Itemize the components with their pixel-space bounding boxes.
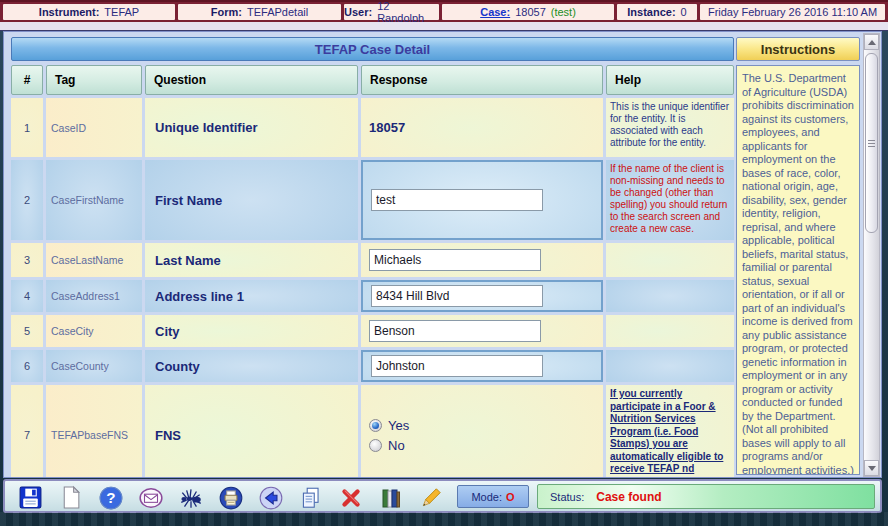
print-icon[interactable] (217, 484, 244, 511)
question-table: # Tag Question Response Help 1 CaseID Un… (11, 65, 734, 477)
up-arrow-icon (868, 40, 876, 45)
main-panel: TEFAP Case Detail Instructions # Tag Que… (3, 31, 882, 478)
radio-unselected-icon[interactable] (369, 439, 382, 452)
mode-label: Mode: (471, 491, 502, 503)
col-header-response: Response (361, 65, 603, 95)
row-response (361, 160, 603, 240)
form-field: Form: TEFAPdetail (178, 4, 341, 20)
row-question: First Name (145, 160, 358, 240)
col-header-help: Help (606, 65, 734, 95)
user-value: 12 Randolph (377, 0, 439, 24)
table-row: 6 CaseCounty County (11, 350, 734, 382)
edit-icon[interactable] (417, 484, 444, 511)
row-num: 3 (11, 243, 43, 277)
codebook-icon[interactable] (377, 484, 404, 511)
instructions-panel: The U.S. Department of Agriculture (USDA… (736, 65, 860, 475)
row-tag: CaseCity (46, 315, 142, 347)
row-num: 5 (11, 315, 43, 347)
row-tag: CaseLastName (46, 243, 142, 277)
instrument-label: Instrument: (39, 6, 100, 18)
case-test-tag: (test) (551, 6, 576, 18)
row-response (361, 280, 603, 312)
delete-icon[interactable] (337, 484, 364, 511)
row-question: City (145, 315, 358, 347)
case-field: Case: 18057 (test) (442, 4, 614, 20)
row-num: 1 (11, 98, 43, 157)
scroll-down-button[interactable] (864, 460, 879, 476)
status-label: Status: (550, 491, 584, 503)
table-row: 7 TEFAPbaseFNS FNS Yes No (11, 385, 734, 477)
row-help: If the name of the client is non-missing… (606, 160, 734, 240)
case-link[interactable]: Case: (480, 6, 510, 18)
row-question: FNS (145, 385, 358, 477)
scrollbar-thumb[interactable] (865, 53, 878, 233)
col-header-question: Question (145, 65, 358, 95)
form-value: TEFAPdetail (247, 6, 308, 18)
radio-selected-icon[interactable] (369, 419, 382, 432)
vertical-scrollbar[interactable] (863, 33, 880, 477)
status-value: Case found (596, 490, 661, 504)
instructions-header: Instructions (736, 37, 860, 61)
row-help: This is the unique identifier for the en… (606, 98, 734, 157)
svg-text:?: ? (106, 489, 115, 506)
copy-icon[interactable] (297, 484, 324, 511)
row-question: Last Name (145, 243, 358, 277)
table-row: 4 CaseAddress1 Address line 1 (11, 280, 734, 312)
row-response (361, 315, 603, 347)
row-help (606, 243, 734, 277)
fns-option-yes[interactable]: Yes (369, 418, 409, 433)
row-response: Yes No (361, 385, 603, 477)
fns-help-link[interactable]: If you currently participate in a Foor &… (610, 388, 723, 474)
app-window: Instrument: TEFAP Form: TEFAPdetail User… (0, 0, 888, 526)
top-info-bar: Instrument: TEFAP Form: TEFAPdetail User… (0, 0, 888, 22)
case-value: 18057 (515, 6, 546, 18)
fns-option-no[interactable]: No (369, 438, 409, 453)
row-response (361, 243, 603, 277)
table-header-row: # Tag Question Response Help (11, 65, 734, 95)
caseid-value: 18057 (369, 120, 405, 135)
mode-badge: Mode: O (457, 485, 529, 508)
row-num: 6 (11, 350, 43, 382)
table-row: 3 CaseLastName Last Name (11, 243, 734, 277)
row-help (606, 315, 734, 347)
col-header-tag: Tag (46, 65, 142, 95)
row-question: Address line 1 (145, 280, 358, 312)
table-row: 2 CaseFirstName First Name If the name o… (11, 160, 734, 240)
bug-icon[interactable] (177, 484, 204, 511)
address1-input[interactable] (371, 285, 543, 307)
datetime-field: Friday February 26 2016 11:10 AM (700, 4, 885, 20)
radio-label-no: No (388, 438, 405, 453)
row-response: 18057 (361, 98, 603, 157)
user-field: User: 12 Randolph (344, 4, 439, 20)
toolbar-icons: ? (17, 484, 444, 511)
user-label: User: (344, 6, 372, 18)
instance-value: 0 (681, 6, 687, 18)
instrument-field: Instrument: TEFAP (3, 4, 175, 20)
first-name-input[interactable] (371, 189, 543, 211)
scroll-up-button[interactable] (864, 34, 879, 50)
bottom-toolbar: ? (3, 479, 882, 513)
row-tag: CaseAddress1 (46, 280, 142, 312)
city-input[interactable] (369, 320, 541, 342)
row-help: If you currently participate in a Foor &… (606, 385, 734, 477)
mode-value: O (506, 491, 515, 503)
help-icon[interactable]: ? (97, 484, 124, 511)
row-response (361, 350, 603, 382)
instance-field: Instance: 0 (617, 4, 697, 20)
instance-label: Instance: (627, 6, 675, 18)
last-name-input[interactable] (369, 249, 541, 271)
row-num: 2 (11, 160, 43, 240)
save-icon[interactable] (17, 484, 44, 511)
row-tag: CaseCounty (46, 350, 142, 382)
row-tag: CaseFirstName (46, 160, 142, 240)
new-record-icon[interactable] (57, 484, 84, 511)
back-icon[interactable] (257, 484, 284, 511)
instructions-paragraph-1: The U.S. Department of Agriculture (USDA… (742, 72, 854, 475)
topbar-divider (0, 22, 888, 31)
radio-label-yes: Yes (388, 418, 409, 433)
county-input[interactable] (371, 355, 543, 377)
email-icon[interactable] (137, 484, 164, 511)
row-help (606, 280, 734, 312)
table-row: 5 CaseCity City (11, 315, 734, 347)
status-badge: Status: Case found (537, 484, 875, 509)
